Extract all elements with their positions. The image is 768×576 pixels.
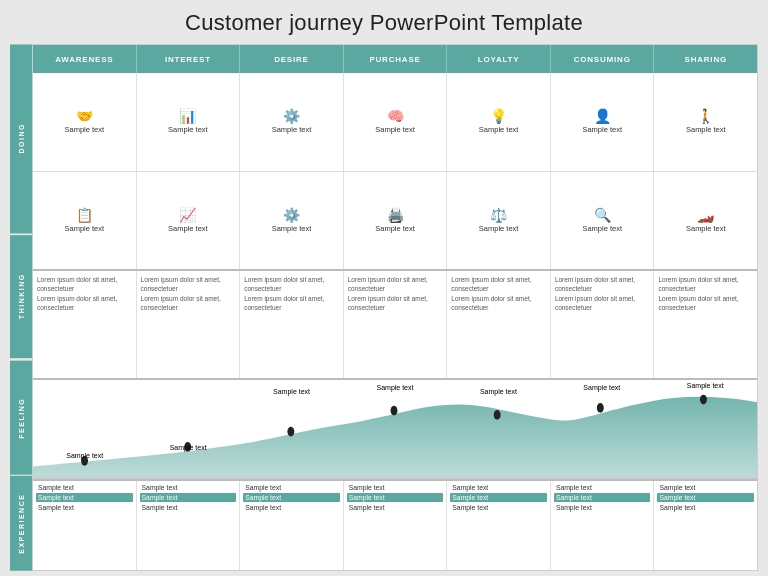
gear-icon: ⚙️ bbox=[283, 109, 300, 123]
feeling-label-1: Sample text bbox=[33, 382, 136, 480]
exp-4-r1: Sample text bbox=[347, 483, 444, 492]
thinking-c1: Lorem ipsum dolor sit amet, consectetuer… bbox=[33, 271, 137, 377]
doing-r1-c5-text: Sample text bbox=[479, 125, 519, 134]
exp-5-r1: Sample text bbox=[450, 483, 547, 492]
doing-r2-c4: 🖨️ Sample text bbox=[344, 172, 448, 270]
exp-5-r2: Sample text bbox=[450, 493, 547, 502]
feeling-section: Sample text Sample text Sample text Samp… bbox=[33, 380, 757, 480]
feeling-labels-row: Sample text Sample text Sample text Samp… bbox=[33, 382, 757, 480]
exp-5-r3: Sample text bbox=[450, 503, 547, 512]
row-label-experience: EXPERIENCE bbox=[10, 476, 32, 571]
feeling-label-5: Sample text bbox=[447, 382, 550, 480]
exp-col-4: Sample text Sample text Sample text bbox=[344, 481, 448, 570]
settings-icon: ⚙️ bbox=[283, 208, 300, 222]
exp-2-r3: Sample text bbox=[140, 503, 237, 512]
col-header-sharing: SHARING bbox=[654, 45, 757, 73]
exp-col-1: Sample text Sample text Sample text bbox=[33, 481, 137, 570]
doing-r2-c7-text: Sample text bbox=[686, 224, 726, 233]
exp-6-r3: Sample text bbox=[554, 503, 651, 512]
exp-7-r3: Sample text bbox=[657, 503, 754, 512]
scale-icon: ⚖️ bbox=[490, 208, 507, 222]
doing-r2-c5-text: Sample text bbox=[479, 224, 519, 233]
header-row: AWARENESS INTEREST DESIRE PURCHASE LOYAL… bbox=[33, 45, 757, 73]
exp-col-6: Sample text Sample text Sample text bbox=[551, 481, 655, 570]
exp-col-3: Sample text Sample text Sample text bbox=[240, 481, 344, 570]
col-header-purchase: PURCHASE bbox=[344, 45, 448, 73]
doing-r1-c6-text: Sample text bbox=[582, 125, 622, 134]
doing-r2-c2: 📈 Sample text bbox=[137, 172, 241, 270]
doing-r1-c2: 📊 Sample text bbox=[137, 73, 241, 171]
bulb-icon: 💡 bbox=[490, 109, 507, 123]
handshake-icon: 🤝 bbox=[76, 109, 93, 123]
exp-4-r3: Sample text bbox=[347, 503, 444, 512]
clipboard-icon: 📋 bbox=[76, 208, 93, 222]
doing-r2-c7: 🏎️ Sample text bbox=[654, 172, 757, 270]
doing-r2-c1-text: Sample text bbox=[64, 224, 104, 233]
doing-r1-c3-text: Sample text bbox=[272, 125, 312, 134]
doing-r1-c6: 👤 Sample text bbox=[551, 73, 655, 171]
exp-2-r1: Sample text bbox=[140, 483, 237, 492]
bar-chart-icon: 📊 bbox=[179, 109, 196, 123]
exp-col-7: Sample text Sample text Sample text bbox=[654, 481, 757, 570]
walking-icon: 🚶 bbox=[697, 109, 714, 123]
exp-1-r1: Sample text bbox=[36, 483, 133, 492]
doing-r2-c6: 🔍 Sample text bbox=[551, 172, 655, 270]
exp-3-r2: Sample text bbox=[243, 493, 340, 502]
thinking-c2: Lorem ipsum dolor sit amet, consectetuer… bbox=[137, 271, 241, 377]
row-label-doing: DOING bbox=[10, 44, 32, 233]
col-header-awareness: AWARENESS bbox=[33, 45, 137, 73]
exp-4-r2: Sample text bbox=[347, 493, 444, 502]
thinking-c3: Lorem ipsum dolor sit amet, consectetuer… bbox=[240, 271, 344, 377]
row-labels: DOING THINKING FEELING EXPERIENCE bbox=[10, 44, 32, 571]
feeling-label-7: Sample text bbox=[654, 382, 757, 480]
doing-r1-c3: ⚙️ Sample text bbox=[240, 73, 344, 171]
doing-r1-c4: 🧠 Sample text bbox=[344, 73, 448, 171]
brain-icon: 🧠 bbox=[387, 109, 404, 123]
doing-r2-c4-text: Sample text bbox=[375, 224, 415, 233]
feeling-label-3: Sample text bbox=[240, 382, 343, 480]
exp-7-r1: Sample text bbox=[657, 483, 754, 492]
col-header-loyalty: LOYALTY bbox=[447, 45, 551, 73]
experience-section: Sample text Sample text Sample text Samp… bbox=[33, 481, 757, 570]
doing-r2-c1: 📋 Sample text bbox=[33, 172, 137, 270]
doing-r2-c6-text: Sample text bbox=[582, 224, 622, 233]
doing-r1-c4-text: Sample text bbox=[375, 125, 415, 134]
exp-col-2: Sample text Sample text Sample text bbox=[137, 481, 241, 570]
row-label-feeling: FEELING bbox=[10, 361, 32, 475]
journey-table: DOING THINKING FEELING EXPERIENCE AWAREN… bbox=[10, 44, 758, 571]
doing-r2-c5: ⚖️ Sample text bbox=[447, 172, 551, 270]
search-icon: 🔍 bbox=[594, 208, 611, 222]
thinking-section: Lorem ipsum dolor sit amet, consectetuer… bbox=[33, 271, 757, 377]
exp-2-r2: Sample text bbox=[140, 493, 237, 502]
thinking-c7: Lorem ipsum dolor sit amet, consectetuer… bbox=[654, 271, 757, 377]
exp-1-r3: Sample text bbox=[36, 503, 133, 512]
feeling-label-2: Sample text bbox=[136, 382, 239, 480]
thinking-c6: Lorem ipsum dolor sit amet, consectetuer… bbox=[551, 271, 655, 377]
printer-icon: 🖨️ bbox=[387, 208, 404, 222]
doing-r2-c3: ⚙️ Sample text bbox=[240, 172, 344, 270]
main-content: AWARENESS INTEREST DESIRE PURCHASE LOYAL… bbox=[32, 44, 758, 571]
doing-r1-c7-text: Sample text bbox=[686, 125, 726, 134]
exp-col-5: Sample text Sample text Sample text bbox=[447, 481, 551, 570]
exp-3-r3: Sample text bbox=[243, 503, 340, 512]
exp-6-r2: Sample text bbox=[554, 493, 651, 502]
col-header-desire: DESIRE bbox=[240, 45, 344, 73]
exp-1-r2: Sample text bbox=[36, 493, 133, 502]
doing-r1-c5: 💡 Sample text bbox=[447, 73, 551, 171]
feeling-label-6: Sample text bbox=[550, 382, 653, 480]
doing-r2-c3-text: Sample text bbox=[272, 224, 312, 233]
exp-3-r1: Sample text bbox=[243, 483, 340, 492]
doing-r2-c2-text: Sample text bbox=[168, 224, 208, 233]
doing-row1: 🤝 Sample text 📊 Sample text ⚙️ Sample te… bbox=[33, 73, 757, 171]
col-header-interest: INTEREST bbox=[137, 45, 241, 73]
col-header-consuming: CONSUMING bbox=[551, 45, 655, 73]
doing-r1-c1-text: Sample text bbox=[64, 125, 104, 134]
trend-icon: 📈 bbox=[179, 208, 196, 222]
gauge-icon: 🏎️ bbox=[697, 208, 714, 222]
doing-r1-c1: 🤝 Sample text bbox=[33, 73, 137, 171]
doing-row2: 📋 Sample text 📈 Sample text ⚙️ Sample te… bbox=[33, 172, 757, 270]
person-icon: 👤 bbox=[594, 109, 611, 123]
exp-6-r1: Sample text bbox=[554, 483, 651, 492]
doing-r1-c7: 🚶 Sample text bbox=[654, 73, 757, 171]
thinking-c5: Lorem ipsum dolor sit amet, consectetuer… bbox=[447, 271, 551, 377]
